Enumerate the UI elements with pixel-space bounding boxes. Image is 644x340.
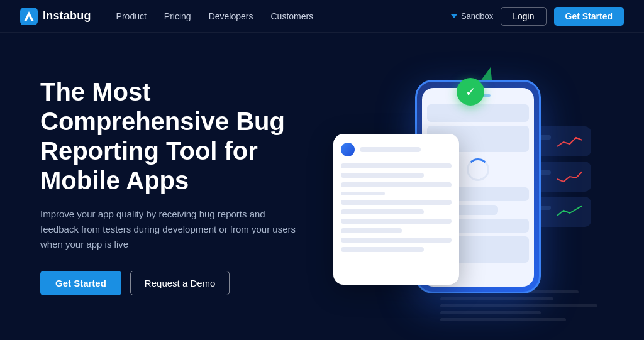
login-button[interactable]: Login xyxy=(501,7,546,26)
mini-chart-2 xyxy=(557,168,582,185)
deco-line-4 xyxy=(440,311,541,314)
card-header xyxy=(341,143,452,156)
card-avatar xyxy=(341,143,355,156)
hero-buttons: Get Started Request a Demo xyxy=(40,271,342,295)
sandbox-label: Sandbox xyxy=(461,11,493,21)
hero-get-started-button[interactable]: Get Started xyxy=(40,271,121,295)
nav-link-pricing[interactable]: Pricing xyxy=(164,11,191,21)
deco-line-2 xyxy=(440,297,553,300)
card-line-9 xyxy=(341,238,452,243)
card-line-2 xyxy=(341,173,424,178)
nav-link-customers[interactable]: Customers xyxy=(270,11,313,21)
card-line-6 xyxy=(341,209,424,214)
card-line-10 xyxy=(341,247,424,252)
card-line-5 xyxy=(341,200,452,205)
mini-chart-3 xyxy=(557,203,582,221)
sandbox-arrow-icon xyxy=(451,14,457,18)
card-name-line xyxy=(360,147,421,152)
check-badge: ✓ xyxy=(457,78,484,106)
hero-content: The Most Comprehensive Bug Reporting Too… xyxy=(40,77,342,296)
card-line-7 xyxy=(341,219,452,224)
card-line-1 xyxy=(341,163,452,168)
phone-block-1 xyxy=(427,104,529,122)
deco-line-3 xyxy=(440,304,597,307)
logo-icon xyxy=(20,8,38,25)
deco-line-5 xyxy=(440,318,566,321)
sandbox-badge[interactable]: Sandbox xyxy=(451,11,493,21)
hero-illustration: ✓ xyxy=(342,33,604,340)
hero-demo-button[interactable]: Request a Demo xyxy=(130,271,230,295)
logo-text: Instabug xyxy=(43,9,91,23)
get-started-nav-button[interactable]: Get Started xyxy=(554,7,624,26)
card-line-8 xyxy=(341,228,402,233)
nav-link-product[interactable]: Product xyxy=(116,11,147,21)
nav-right: Sandbox Login Get Started xyxy=(451,7,624,26)
hero-title: The Most Comprehensive Bug Reporting Too… xyxy=(40,77,304,196)
nav-link-developers[interactable]: Developers xyxy=(209,11,253,21)
mini-chart-1 xyxy=(557,133,582,150)
card-line-4 xyxy=(341,192,385,195)
phone-loader xyxy=(467,158,489,181)
card-line-3 xyxy=(341,182,452,187)
navbar: Instabug Product Pricing Developers Cust… xyxy=(0,0,644,33)
nav-links: Product Pricing Developers Customers xyxy=(116,11,451,21)
deco-lines xyxy=(440,290,597,321)
logo[interactable]: Instabug xyxy=(20,8,91,25)
hero-subtitle: Improve your app quality by receiving bu… xyxy=(40,207,304,252)
hero-section: The Most Comprehensive Bug Reporting Too… xyxy=(0,33,644,340)
phone-front-card xyxy=(333,134,459,285)
